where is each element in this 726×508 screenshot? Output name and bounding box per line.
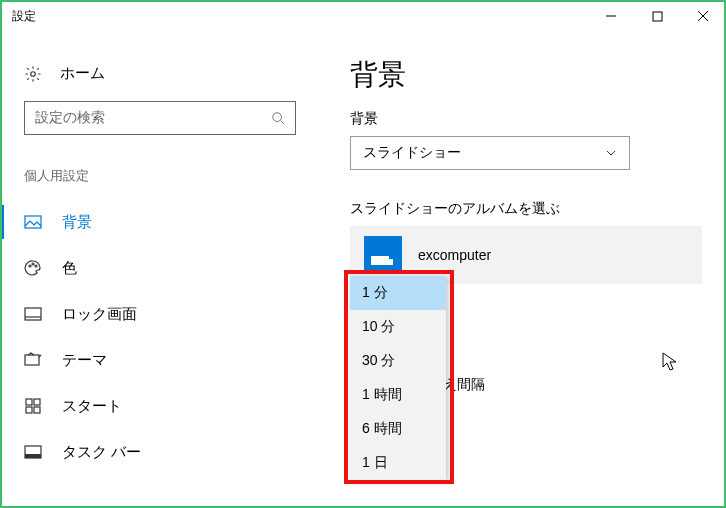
album-name-label: excomputer [418, 247, 491, 263]
taskbar-icon [24, 443, 42, 461]
gear-icon [24, 65, 42, 83]
search-input[interactable]: 設定の検索 [24, 101, 296, 135]
interval-option[interactable]: 6 時間 [350, 412, 446, 446]
background-label: 背景 [350, 110, 702, 128]
interval-option[interactable]: 30 分 [350, 344, 446, 378]
svg-point-8 [29, 265, 31, 267]
svg-line-6 [281, 121, 285, 125]
sidebar-item-lockscreen[interactable]: ロック画面 [0, 291, 320, 337]
svg-rect-20 [25, 454, 41, 458]
sidebar-section-title: 個人用設定 [0, 159, 320, 199]
palette-icon [24, 259, 42, 277]
svg-rect-13 [25, 355, 39, 365]
lockscreen-icon [24, 305, 42, 323]
svg-rect-7 [25, 216, 41, 228]
main-panel: 背景 背景 スライドショー スライドショーのアルバムを選ぶ excomputer… [320, 32, 726, 508]
svg-rect-16 [34, 399, 40, 405]
start-icon [24, 397, 42, 415]
album-thumbnail [364, 236, 402, 274]
chevron-down-icon [605, 147, 617, 159]
page-title: 背景 [350, 56, 702, 94]
svg-rect-17 [26, 407, 32, 413]
sidebar-item-label: スタート [62, 397, 122, 416]
interval-dropdown-list[interactable]: 1 分 10 分 30 分 1 時間 6 時間 1 日 [350, 276, 446, 480]
svg-rect-11 [25, 308, 41, 320]
svg-rect-15 [26, 399, 32, 405]
maximize-button[interactable] [634, 0, 680, 32]
sidebar-item-color[interactable]: 色 [0, 245, 320, 291]
search-placeholder: 設定の検索 [35, 109, 271, 127]
sidebar-item-label: テーマ [62, 351, 107, 370]
sidebar-item-label: 背景 [62, 213, 92, 232]
minimize-button[interactable] [588, 0, 634, 32]
svg-point-4 [31, 71, 36, 76]
sidebar-item-label: 色 [62, 259, 77, 278]
svg-point-9 [32, 263, 34, 265]
svg-point-5 [273, 113, 282, 122]
home-label: ホーム [60, 64, 105, 83]
theme-icon [24, 351, 42, 369]
sidebar-item-theme[interactable]: テーマ [0, 337, 320, 383]
sidebar-item-label: タスク バー [62, 443, 141, 462]
close-button[interactable] [680, 0, 726, 32]
interval-option[interactable]: 1 日 [350, 446, 446, 480]
image-icon [24, 213, 42, 231]
sidebar-item-start[interactable]: スタート [0, 383, 320, 429]
svg-point-10 [35, 265, 37, 267]
sidebar-item-background[interactable]: 背景 [0, 199, 320, 245]
svg-rect-1 [653, 12, 662, 21]
home-link[interactable]: ホーム [0, 60, 320, 101]
album-label: スライドショーのアルバムを選ぶ [350, 200, 702, 218]
svg-rect-18 [34, 407, 40, 413]
sidebar: ホーム 設定の検索 個人用設定 背景 色 ロック画面 テーマ スタート [0, 32, 320, 508]
search-icon [271, 111, 285, 125]
cursor-icon [662, 352, 678, 372]
interval-option[interactable]: 10 分 [350, 310, 446, 344]
background-dropdown[interactable]: スライドショー [350, 136, 630, 170]
sidebar-item-label: ロック画面 [62, 305, 137, 324]
interval-option[interactable]: 1 時間 [350, 378, 446, 412]
window-title: 設定 [12, 8, 36, 25]
interval-option[interactable]: 1 分 [350, 276, 446, 310]
background-dropdown-value: スライドショー [363, 144, 461, 162]
sidebar-item-taskbar[interactable]: タスク バー [0, 429, 320, 475]
